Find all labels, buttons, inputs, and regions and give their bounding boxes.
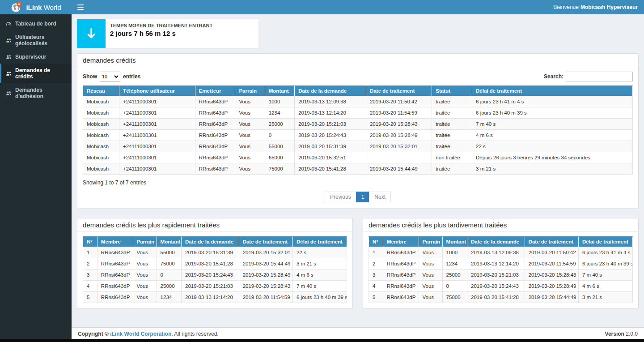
table-cell: RRnsi643dP xyxy=(383,247,419,258)
table-cell: 7 m 40 s xyxy=(579,269,633,281)
table-cell: 6 jours 23 h 40 m 39 s xyxy=(579,258,633,269)
sidebar-item-superviseur[interactable]: Superviseur xyxy=(0,50,72,64)
table-cell: 4 m 6 s xyxy=(579,281,633,292)
table-cell: 2019-03-20 15:28:43 xyxy=(239,281,292,292)
table-cell: Mobicash xyxy=(83,163,119,175)
column-header[interactable]: Montant xyxy=(265,86,294,96)
table-cell: Depuis 26 jours 3 heures 29 minutes 34 s… xyxy=(472,152,633,163)
column-header[interactable]: Téléphone utilisateur xyxy=(119,86,195,96)
table-cell: 7 m 40 s xyxy=(293,281,347,292)
sidebar-item-demandes-de-credits[interactable]: Demandes de crédits xyxy=(0,64,72,83)
page-size-select[interactable]: 10 xyxy=(100,72,120,81)
table-cell: RRnsi643dP xyxy=(195,163,235,175)
table-cell: 25000 xyxy=(265,119,294,130)
sidebar-item-utilisateurs-geolocalises[interactable]: Utilisateurs géolocalisés xyxy=(0,30,72,50)
table-cell: 4 xyxy=(83,281,97,292)
table-cell: 4 m 6 s xyxy=(472,130,633,141)
panel-title: demandes crédits xyxy=(77,54,638,67)
table-cell: Vous xyxy=(235,119,265,130)
table-cell: RRnsi643dP xyxy=(97,247,133,258)
column-header: Membre xyxy=(383,237,419,247)
table-cell xyxy=(366,152,432,163)
table-cell: 2019-03-20 15:44:49 xyxy=(239,258,292,269)
table-cell: Vous xyxy=(133,247,157,258)
table-cell: 1234 xyxy=(157,292,181,303)
column-header: N° xyxy=(83,237,97,247)
column-header: Date de la demande xyxy=(182,237,239,247)
table-cell: 75000 xyxy=(442,292,467,303)
sidebar-item-label: Demandes d'adhésion xyxy=(15,87,69,99)
table-cell: Mobicash xyxy=(83,96,119,107)
column-header: Montant xyxy=(442,237,467,247)
table-cell: 75000 xyxy=(265,163,294,175)
column-header: Délai de traitement xyxy=(293,237,347,247)
column-header[interactable]: Emetteur xyxy=(195,86,235,96)
table-cell: 2019-03-20 15:31:39 xyxy=(295,141,366,152)
table-cell: 4 xyxy=(369,281,383,292)
arrow-down-icon xyxy=(77,19,106,48)
table-cell: Mobicash xyxy=(83,141,119,152)
window-bottom-edge xyxy=(0,339,644,342)
column-header[interactable]: Statut xyxy=(432,86,472,96)
table-cell: Vous xyxy=(235,107,265,119)
table-cell: RRnsi643dP xyxy=(383,258,419,269)
column-header: Date de traitement xyxy=(525,237,578,247)
table-row: 3RRnsi643dPVous250002019-03-20 15:21:032… xyxy=(369,269,633,281)
table-cell: 1000 xyxy=(442,247,467,258)
table-cell: 2019-03-20 15:28:49 xyxy=(366,130,432,141)
table-cell: +24111000301 xyxy=(119,163,195,175)
table-cell: +24111000301 xyxy=(119,130,195,141)
next-page-button[interactable]: Next xyxy=(369,192,391,202)
brand-logo[interactable]: iLink World xyxy=(0,0,72,14)
sidebar-toggle-button[interactable] xyxy=(72,0,89,14)
table-cell: Mobicash xyxy=(83,119,119,130)
table-cell: Vous xyxy=(235,96,265,107)
panel-title: demandes crédits les plus rapidement tra… xyxy=(77,218,352,232)
table-cell: RRnsi643dP xyxy=(97,258,133,269)
sidebar-item-demandes-adhesion[interactable]: Demandes d'adhésion xyxy=(0,83,72,103)
table-cell: 3 m 21 s xyxy=(472,163,633,175)
table-cell: 2019-03-13 12:09:38 xyxy=(295,96,366,107)
column-header[interactable]: Délai de traitement xyxy=(472,86,633,96)
table-cell: Vous xyxy=(133,292,157,303)
table-cell: RRnsi643dP xyxy=(97,292,133,303)
table-cell: 1 xyxy=(83,247,97,258)
table-cell: Mobicash xyxy=(83,130,119,141)
table-cell: 3 xyxy=(83,269,97,281)
table-cell: +24111000301 xyxy=(119,96,195,107)
table-cell: 2019-03-20 15:24:43 xyxy=(182,269,239,281)
table-cell: 6 jours 23 h 41 m 4 s xyxy=(579,247,633,258)
table-cell: Vous xyxy=(133,269,157,281)
credits-table: RéseauTéléphone utilisateurEmetteurParra… xyxy=(83,86,633,175)
table-cell: Vous xyxy=(419,269,442,281)
fastest-credits-table: N°MembreParrainMontantDate de la demande… xyxy=(83,236,347,303)
table-cell: +24111000301 xyxy=(119,119,195,130)
table-cell: RRnsi643dP xyxy=(195,141,235,152)
copyright-text: Copyright © iLink World Corporation. All… xyxy=(78,331,219,337)
table-cell: RRnsi643dP xyxy=(383,281,419,292)
column-header[interactable]: Parrain xyxy=(235,86,265,96)
search-input[interactable] xyxy=(566,72,633,81)
table-cell: 2019-03-20 15:41:28 xyxy=(467,292,525,303)
table-cell: 2019-03-20 15:28:43 xyxy=(366,119,432,130)
table-cell: Vous xyxy=(133,281,157,292)
sidebar-item-label: Utilisateurs géolocalisés xyxy=(15,34,69,47)
table-cell: non traitée xyxy=(432,152,472,163)
table-cell: 2019-03-20 15:31:39 xyxy=(182,247,239,258)
table-cell: 75000 xyxy=(157,258,181,269)
page-length-control: Show 10 entries xyxy=(83,72,140,81)
column-header[interactable]: Date de traitement xyxy=(366,86,432,96)
column-header[interactable]: Date de la demande xyxy=(295,86,366,96)
column-header[interactable]: Réseau xyxy=(83,86,119,96)
table-cell: Vous xyxy=(419,281,442,292)
show-label: Show xyxy=(83,73,97,80)
table-cell: +24111000301 xyxy=(119,141,195,152)
company-link[interactable]: iLink World Corporation xyxy=(110,331,171,337)
previous-page-button[interactable]: Previous xyxy=(325,192,356,202)
page-1-button[interactable]: 1 xyxy=(356,192,370,202)
version-text: Version 2.0.0 xyxy=(605,331,638,337)
table-cell: 5 xyxy=(369,292,383,303)
column-header: Date de la demande xyxy=(467,237,525,247)
sidebar-item-tableau-de-bord[interactable]: Tableau de bord xyxy=(0,17,72,30)
fastest-table-header-row: N°MembreParrainMontantDate de la demande… xyxy=(83,237,347,247)
